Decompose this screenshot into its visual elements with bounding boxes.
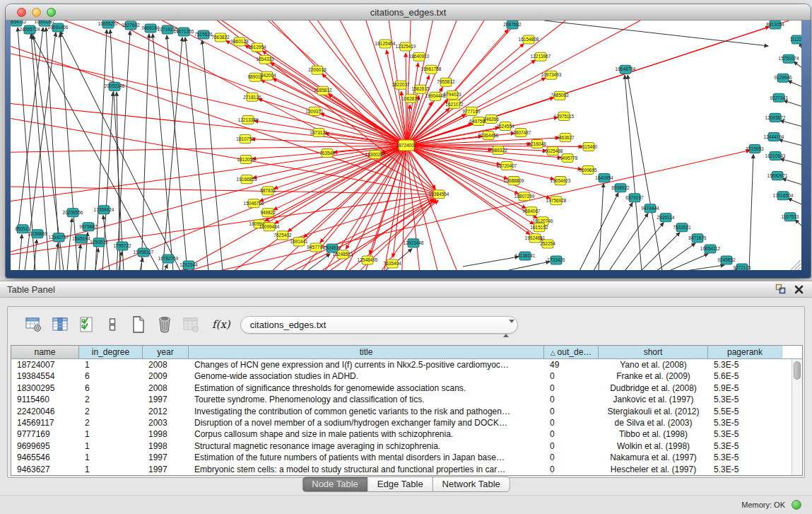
graph-edge[interactable] bbox=[11, 46, 439, 194]
table-cell[interactable]: 19384554 bbox=[11, 370, 79, 382]
graph-node[interactable]: 14671355 bbox=[174, 28, 194, 36]
table-row[interactable]: 2242004622012Investigating the contribut… bbox=[11, 406, 802, 417]
graph-node[interactable]: 15692971 bbox=[767, 172, 788, 180]
table-scrollbar[interactable] bbox=[792, 359, 802, 475]
table-row[interactable]: 977716911998Corpus callosum shape and si… bbox=[11, 428, 802, 440]
table-cell[interactable]: 1997 bbox=[143, 464, 189, 475]
column-header-year[interactable]: year bbox=[143, 346, 189, 358]
tab-network-table[interactable]: Network Table bbox=[433, 477, 510, 492]
graph-node[interactable]: 12548495 bbox=[358, 256, 378, 264]
graph-edge[interactable] bbox=[463, 257, 519, 267]
graph-node[interactable]: 19756928 bbox=[546, 197, 567, 205]
table-cell[interactable]: Franke et al. (2009) bbox=[599, 370, 708, 382]
graph-edge[interactable] bbox=[686, 265, 724, 270]
graph-node[interactable]: 3624554 bbox=[496, 122, 514, 130]
graph-node[interactable]: 3215953 bbox=[746, 144, 764, 153]
table-cell[interactable]: 5.3E-5 bbox=[708, 452, 782, 463]
graph-node[interactable]: 1527602 bbox=[122, 21, 140, 30]
network-graph[interactable]: 1872400720554712105532872405572420691406… bbox=[11, 21, 801, 270]
graph-edge[interactable] bbox=[669, 254, 708, 270]
graph-node[interactable]: 1167533 bbox=[782, 213, 799, 221]
graph-edge[interactable] bbox=[11, 187, 439, 194]
graph-node[interactable]: 12444194 bbox=[764, 132, 784, 141]
graph-edge[interactable] bbox=[320, 146, 406, 243]
table-cell[interactable]: 9115460 bbox=[11, 394, 79, 405]
graph-node[interactable]: 7635404 bbox=[383, 259, 401, 268]
table-cell[interactable]: Nakamura et al. (1997) bbox=[599, 452, 708, 463]
table-cell[interactable]: Jankovic et al. (1997) bbox=[599, 394, 708, 405]
graph-node[interactable]: 6379197 bbox=[625, 194, 644, 202]
column-header-short[interactable]: short bbox=[599, 346, 708, 358]
graph-edge[interactable] bbox=[141, 34, 149, 270]
graph-node[interactable]: 15248513 bbox=[333, 250, 353, 259]
table-cell[interactable]: 2 bbox=[79, 417, 143, 428]
table-cell[interactable]: 0 bbox=[544, 464, 599, 475]
graph-node[interactable]: 12213967 bbox=[531, 52, 551, 61]
table-cell[interactable]: Corpus callosum shape and size in male p… bbox=[189, 428, 544, 440]
graph-node[interactable]: 15751074 bbox=[779, 54, 799, 63]
table-cell[interactable]: 6 bbox=[79, 382, 143, 394]
graph-node[interactable]: 10655257 bbox=[98, 21, 119, 28]
table-settings-icon[interactable] bbox=[23, 315, 45, 334]
graph-edge[interactable] bbox=[406, 21, 565, 146]
table-cell[interactable]: 0 bbox=[544, 370, 599, 382]
graph-node[interactable]: 10688809 bbox=[504, 177, 524, 185]
table-cell[interactable]: 0 bbox=[544, 406, 599, 417]
graph-node[interactable]: 1640954 bbox=[595, 174, 613, 182]
graph-edge[interactable] bbox=[749, 155, 753, 270]
graph-node[interactable]: 8471676 bbox=[688, 234, 707, 243]
table-cell[interactable]: 5.6E-5 bbox=[708, 370, 782, 382]
selection-helper-icon[interactable] bbox=[76, 315, 97, 334]
graph-edge[interactable] bbox=[11, 54, 406, 146]
graph-node[interactable]: 949822 bbox=[260, 209, 276, 217]
table-cell[interactable]: 2003 bbox=[143, 417, 189, 428]
graph-node[interactable]: 7955812 bbox=[437, 78, 455, 86]
graph-node[interactable]: 1795722 bbox=[113, 242, 131, 250]
graph-node[interactable]: 16961758 bbox=[421, 65, 442, 74]
tab-edge-table[interactable]: Edge Table bbox=[368, 477, 433, 492]
graph-edge[interactable] bbox=[55, 243, 58, 270]
graph-edge[interactable] bbox=[780, 120, 801, 126]
table-cell[interactable]: 1 bbox=[79, 440, 143, 452]
graph-node[interactable]: 252254 bbox=[540, 240, 555, 248]
table-row[interactable]: 1872400712008Changes of HCN gene express… bbox=[11, 359, 802, 370]
table-cell[interactable]: 0 bbox=[544, 452, 599, 463]
table-cell[interactable]: Changes of HCN gene expression and I(f) … bbox=[189, 359, 544, 370]
graph-edge[interactable] bbox=[641, 233, 680, 270]
graph-node[interactable]: 9699695 bbox=[579, 166, 597, 175]
graph-edge[interactable] bbox=[544, 21, 768, 46]
graph-node[interactable]: 763544 bbox=[319, 149, 335, 158]
graph-node[interactable]: 2206018 bbox=[308, 66, 326, 74]
graph-edge[interactable] bbox=[78, 245, 81, 270]
delete-column-icon[interactable] bbox=[154, 315, 175, 334]
graph-edge[interactable] bbox=[110, 30, 124, 270]
table-cell[interactable]: 0 bbox=[544, 417, 599, 428]
graph-node[interactable]: 1615152 bbox=[530, 223, 548, 232]
table-row[interactable]: 946554611997Estimation of the future num… bbox=[11, 452, 802, 463]
tab-node-table[interactable]: Node Table bbox=[302, 477, 368, 492]
table-cell[interactable]: 5.3E-5 bbox=[708, 359, 782, 370]
graph-node[interactable]: 10807487 bbox=[511, 128, 531, 136]
graph-node[interactable]: 9129946 bbox=[774, 74, 792, 82]
table-cell[interactable]: 0 bbox=[544, 394, 599, 405]
table-cell[interactable]: Stergiakouli et al. (2012) bbox=[599, 406, 708, 417]
graph-edge[interactable] bbox=[509, 262, 550, 270]
graph-edge[interactable] bbox=[657, 243, 695, 270]
table-selector-dropdown[interactable]: citations_edges.txt bbox=[240, 316, 518, 334]
graph-node[interactable]: 19495778 bbox=[558, 154, 578, 163]
graph-node[interactable]: 6794023 bbox=[443, 90, 461, 99]
graph-node[interactable]: 18640910 bbox=[409, 52, 430, 61]
network-canvas[interactable]: 1872400720554712105532872405572420691406… bbox=[11, 21, 801, 270]
graph-node[interactable]: 9463627 bbox=[556, 133, 575, 141]
graph-node[interactable]: 9474444 bbox=[641, 204, 659, 213]
table-cell[interactable]: de Silva et al. (2003) bbox=[599, 417, 708, 428]
table-cell[interactable]: 1997 bbox=[143, 452, 189, 463]
graph-edge[interactable] bbox=[11, 194, 439, 255]
table-cell[interactable]: Hescheler et al. (1997) bbox=[599, 464, 708, 475]
graph-node[interactable]: 7532621 bbox=[673, 223, 691, 232]
graph-node[interactable]: 7515526 bbox=[194, 30, 213, 39]
graph-node[interactable]: 18724007 bbox=[396, 140, 417, 151]
graph-edge[interactable] bbox=[329, 94, 406, 145]
graph-node[interactable]: 16099484 bbox=[259, 223, 280, 231]
table-cell[interactable]: Estimation of significance thresholds fo… bbox=[189, 382, 544, 394]
